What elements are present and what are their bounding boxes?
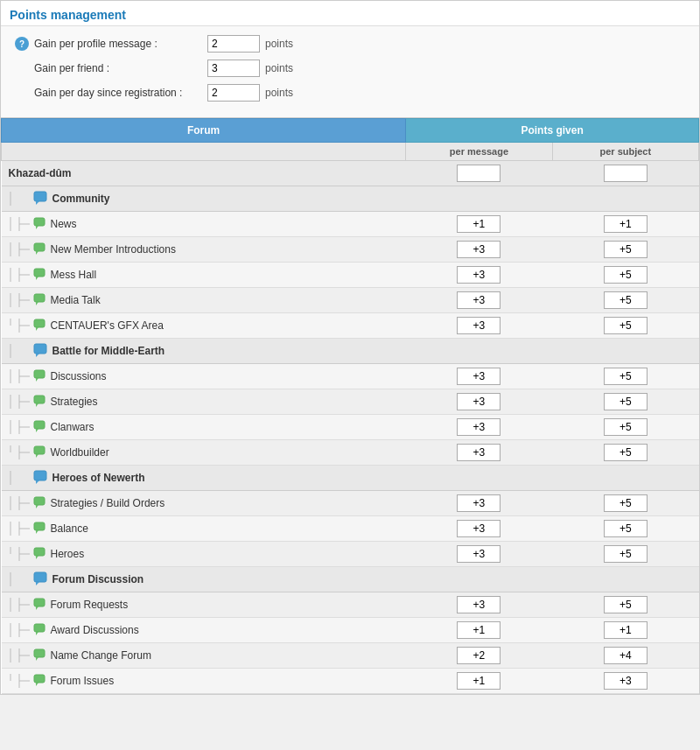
forum-per-message-input[interactable]	[457, 621, 500, 639]
forum-per-subject-input[interactable]	[604, 621, 648, 639]
forum-per-message-input[interactable]	[457, 647, 500, 664]
khazad-per-subject-input[interactable]	[604, 165, 648, 182]
forum-label: Worldbuilder	[51, 446, 109, 459]
forum-per-message-cell	[406, 415, 552, 440]
forum-per-subject-cell	[552, 313, 698, 339]
category-row-bfme: Battle for Middle-Earth	[2, 339, 699, 364]
svg-rect-11	[34, 243, 45, 251]
category-label-community: Community	[52, 193, 110, 205]
settings-unit-profile_message: points	[265, 38, 293, 50]
forum-per-subject-input[interactable]	[604, 444, 648, 461]
settings-input-day_registration[interactable]	[207, 84, 260, 102]
forum-name-cell: Heroes	[2, 542, 406, 567]
forum-name-cell: Clanwars	[2, 415, 406, 440]
tree-lines-forum	[7, 496, 32, 510]
forum-icon	[33, 623, 47, 637]
forum-per-message-input[interactable]	[457, 418, 500, 436]
tree-lines-forum	[7, 217, 32, 231]
svg-marker-91	[36, 683, 38, 686]
forum-per-message-input[interactable]	[457, 291, 500, 309]
forum-per-subject-cell	[552, 542, 698, 567]
forum-icon	[33, 420, 47, 434]
forum-label: Balance	[51, 522, 88, 535]
category-icon-hon	[33, 470, 49, 486]
forum-per-subject-cell	[552, 491, 698, 516]
forum-per-subject-input[interactable]	[604, 545, 648, 563]
forum-per-message-input[interactable]	[457, 393, 500, 410]
forum-label: CENTAUER's GFX Area	[51, 319, 164, 332]
forum-row: Media Talk	[2, 288, 699, 313]
forum-per-message-input[interactable]	[457, 596, 500, 613]
forum-per-subject-input[interactable]	[604, 418, 648, 436]
forum-per-message-cell	[406, 389, 552, 415]
forum-per-message-input[interactable]	[457, 672, 500, 690]
settings-label-container-profile_message: ?Gain per profile message :	[15, 37, 207, 51]
tree-lines-forum	[7, 522, 32, 536]
svg-rect-21	[34, 294, 45, 302]
forum-row: Clanwars	[2, 415, 699, 440]
forum-per-message-input[interactable]	[457, 545, 500, 563]
category-icon-community	[33, 191, 49, 207]
svg-rect-29	[34, 344, 46, 354]
forum-name-cell: Forum Issues	[2, 669, 406, 694]
forum-per-subject-input[interactable]	[604, 266, 648, 284]
forum-per-subject-cell	[552, 263, 698, 288]
settings-input-friend[interactable]	[207, 60, 260, 77]
forum-name-cell: Strategies	[2, 389, 406, 415]
forum-label: Discussions	[51, 370, 107, 382]
help-icon[interactable]: ?	[15, 37, 29, 51]
category-row-forum_discussion: Forum Discussion	[2, 567, 699, 592]
forum-icon	[33, 268, 47, 282]
forum-row: Forum Issues	[2, 669, 699, 694]
forum-per-subject-input[interactable]	[604, 494, 648, 512]
tree-lines-forum	[7, 319, 32, 333]
forum-label: Award Discussions	[51, 624, 139, 636]
settings-unit-day_registration: points	[265, 87, 293, 99]
category-name-cell-bfme: Battle for Middle-Earth	[2, 339, 699, 364]
forum-per-subject-input[interactable]	[604, 647, 648, 664]
forum-per-message-cell	[406, 516, 552, 542]
tree-lines-forum	[7, 547, 32, 561]
forum-per-message-input[interactable]	[457, 241, 500, 258]
category-label-forum_discussion: Forum Discussion	[52, 573, 144, 585]
forum-label: Heroes	[51, 548, 85, 560]
category-name-cell-forum_discussion: Forum Discussion	[2, 567, 699, 592]
category-row-community: Community	[2, 186, 699, 212]
forum-per-message-cell	[406, 237, 552, 263]
svg-marker-2	[36, 201, 39, 205]
forum-per-subject-input[interactable]	[604, 596, 648, 613]
svg-marker-12	[36, 251, 38, 255]
forum-row: New Member Introductions	[2, 237, 699, 263]
forum-per-subject-input[interactable]	[604, 241, 648, 258]
forum-per-subject-input[interactable]	[604, 672, 648, 690]
svg-marker-30	[36, 354, 39, 357]
forum-per-message-input[interactable]	[457, 266, 500, 284]
settings-section: ?Gain per profile message : points Gain …	[1, 26, 699, 117]
forum-label: Forum Issues	[51, 675, 115, 687]
tree-lines-cat-forum_discussion	[7, 572, 32, 586]
forum-per-message-input[interactable]	[457, 444, 500, 461]
settings-input-profile_message[interactable]	[207, 35, 260, 53]
forum-per-subject-input[interactable]	[604, 368, 648, 385]
forum-name-cell: New Member Introductions	[2, 237, 406, 263]
forum-per-subject-input[interactable]	[604, 393, 648, 410]
khazad-row: Khazad-dûm	[2, 161, 699, 186]
forum-per-message-input[interactable]	[457, 520, 500, 537]
khazad-per-message-input[interactable]	[457, 165, 500, 182]
forum-name-cell: Forum Requests	[2, 592, 406, 618]
forum-per-subject-input[interactable]	[604, 215, 648, 233]
tree-lines-cat-bfme	[7, 344, 32, 358]
svg-rect-26	[34, 319, 45, 327]
forum-per-message-input[interactable]	[457, 317, 500, 334]
tree-lines-forum	[7, 395, 32, 409]
forum-per-message-input[interactable]	[457, 215, 500, 233]
forum-per-subject-cell	[552, 669, 698, 694]
settings-unit-friend: points	[265, 62, 293, 74]
forum-per-message-input[interactable]	[457, 368, 500, 385]
svg-marker-45	[36, 429, 38, 432]
forum-per-subject-cell	[552, 643, 698, 669]
forum-per-subject-input[interactable]	[604, 520, 648, 537]
forum-per-subject-input[interactable]	[604, 291, 648, 309]
forum-per-message-input[interactable]	[457, 494, 500, 512]
forum-per-subject-input[interactable]	[604, 317, 648, 334]
